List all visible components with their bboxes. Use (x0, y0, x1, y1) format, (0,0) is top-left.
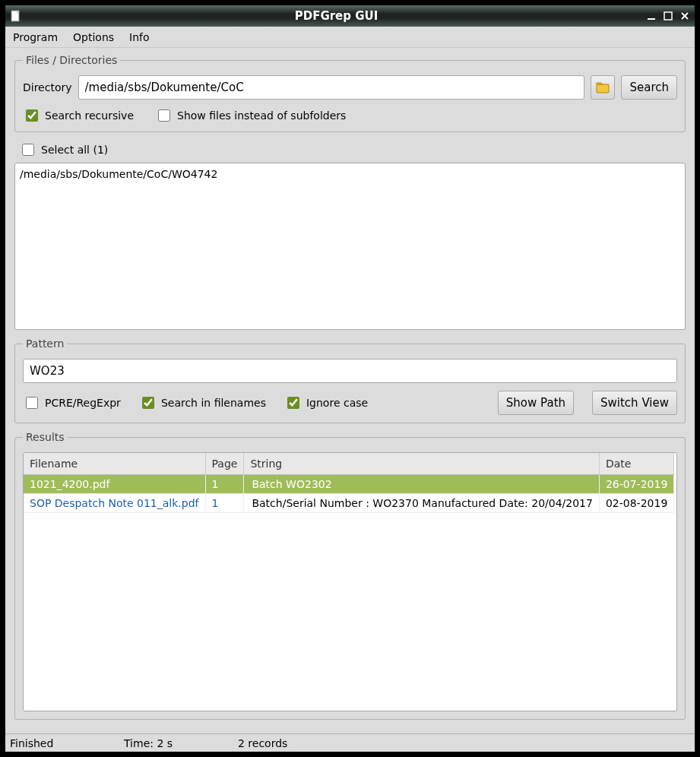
cell-date: 26-07-2019 (599, 475, 673, 494)
col-page[interactable]: Page (205, 453, 244, 475)
show-files-checkbox[interactable]: Show files instead of subfolders (155, 107, 346, 124)
results-table[interactable]: Filename Page String Date 1021_4200.pdf1… (24, 453, 674, 513)
cell-page[interactable]: 1 (205, 494, 244, 513)
status-time: Time: 2 s (124, 737, 238, 749)
list-item[interactable]: /media/sbs/Dokumente/CoC/WO4742 (20, 166, 680, 182)
show-path-button[interactable]: Show Path (498, 391, 574, 415)
pattern-legend: Pattern (23, 337, 67, 350)
table-row[interactable]: 1021_4200.pdf1Batch WO230226-07-2019 (24, 475, 674, 494)
files-directories-legend: Files / Directories (23, 54, 120, 66)
window-controls (646, 11, 690, 21)
search-recursive-checkbox[interactable]: Search recursive (23, 107, 134, 124)
col-filename[interactable]: Filename (24, 453, 205, 475)
menu-info[interactable]: Info (129, 31, 150, 43)
cell-string: Batch WO2302 (244, 475, 600, 494)
window-title: PDFGrep GUI (27, 9, 646, 23)
menu-bar: Program Options Info (5, 27, 695, 48)
svg-rect-3 (597, 84, 609, 93)
status-text: Finished (10, 737, 124, 749)
menu-program[interactable]: Program (13, 31, 58, 43)
svg-rect-2 (664, 12, 672, 20)
cell-page[interactable]: 1 (205, 475, 244, 494)
app-icon (10, 10, 22, 22)
cell-date: 02-08-2019 (599, 494, 673, 513)
title-bar: PDFGrep GUI (5, 5, 695, 27)
menu-options[interactable]: Options (73, 31, 114, 43)
col-date[interactable]: Date (599, 453, 673, 475)
cell-filename[interactable]: 1021_4200.pdf (24, 475, 205, 494)
main-window: PDFGrep GUI Program Options Info Files /… (5, 5, 695, 752)
search-button[interactable]: Search (621, 75, 677, 100)
cell-string: Batch/Serial Number : WO2370 Manufacture… (244, 494, 600, 513)
pattern-input[interactable] (23, 359, 677, 383)
search-filenames-checkbox[interactable]: Search in filenames (139, 394, 266, 411)
cell-filename[interactable]: SOP Despatch Note 011_alk.pdf (24, 494, 205, 513)
results-legend: Results (23, 431, 68, 443)
minimize-button[interactable] (646, 11, 657, 21)
folder-icon (595, 80, 610, 95)
browse-folder-button[interactable] (591, 75, 615, 100)
maximize-button[interactable] (663, 11, 673, 21)
pcre-checkbox[interactable]: PCRE/RegExpr (23, 394, 121, 411)
ignore-case-checkbox[interactable]: Ignore case (284, 394, 368, 411)
results-group: Results Filename Page String Date 1021_4… (14, 431, 686, 720)
status-records: 2 records (238, 737, 352, 749)
directory-label: Directory (23, 81, 72, 93)
col-string[interactable]: String (244, 453, 600, 475)
close-button[interactable] (679, 11, 690, 21)
files-directories-group: Files / Directories Directory Search Sea… (14, 54, 686, 132)
status-bar: Finished Time: 2 s 2 records (5, 733, 695, 752)
pattern-group: Pattern PCRE/RegExpr Search in filenames… (14, 337, 686, 423)
directory-listbox[interactable]: /media/sbs/Dokumente/CoC/WO4742 (14, 163, 686, 330)
directory-input[interactable] (78, 75, 585, 100)
svg-rect-1 (648, 18, 655, 20)
content-area: Files / Directories Directory Search Sea… (5, 48, 695, 733)
table-row[interactable]: SOP Despatch Note 011_alk.pdf1Batch/Seri… (24, 494, 674, 513)
select-all-checkbox[interactable]: Select all (1) (19, 141, 108, 158)
switch-view-button[interactable]: Switch View (592, 391, 677, 415)
